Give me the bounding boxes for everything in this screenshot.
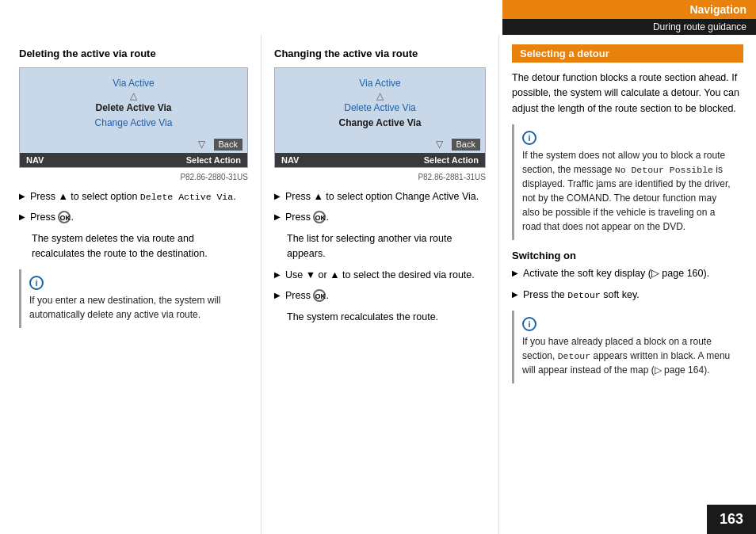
middle-bullets: ▶ Press ▲ to select option Change Active…: [274, 189, 486, 226]
right-info-text-2: If you have already placed a block on a …: [522, 334, 735, 377]
arrow-icon-5: ▶: [274, 269, 281, 280]
right-info-text-1: If the system does not allow you to bloc…: [522, 148, 735, 234]
nav-bar-1: NAV Select Action: [20, 153, 247, 167]
bullet-left-1: ▶ Press ▲ to select option Delete Active…: [19, 189, 248, 204]
bullet-mid-1: ▶ Press ▲ to select option Change Active…: [274, 189, 486, 204]
main-content: Deleting the active via route Via Active…: [0, 35, 756, 534]
right-info-box-1: i If the system does not allow you to bl…: [512, 124, 743, 240]
detour-text: The detour function blocks a route secti…: [512, 71, 743, 116]
navigation-label: Navigation: [502, 0, 756, 19]
bullet-left-2: ▶ Press OK.: [19, 210, 248, 225]
arrow-icon-1: ▶: [19, 190, 25, 202]
info-icon-1: i: [29, 276, 44, 290]
right-info-box-2: i If you have already placed a block on …: [512, 311, 743, 383]
detour-mono-2: Detour: [558, 351, 590, 361]
arrow-icon-4: ▶: [274, 211, 281, 223]
left-bullets: ▶ Press ▲ to select option Delete Active…: [19, 189, 248, 226]
nav-item-via-active-1: Via Active: [29, 76, 238, 91]
back-button-2[interactable]: Back: [452, 139, 480, 151]
arrow-icon-3: ▶: [274, 190, 281, 202]
info-icon-2: i: [522, 131, 536, 145]
nav-screen-1-inner: Via Active △ Delete Active Via Change Ac…: [20, 68, 247, 136]
left-info-text: If you enter a new destination, the syst…: [29, 293, 240, 322]
arrow-icon-7: ▶: [512, 267, 518, 279]
triangle-up-2: △: [284, 91, 475, 101]
arrow-icon-2: ▶: [19, 211, 25, 223]
bullet-mid-3: ▶ Use ▼ or ▲ to select the desired via r…: [274, 268, 486, 283]
select-action-1: Select Action: [186, 155, 241, 165]
left-panel: Deleting the active via route Via Active…: [0, 35, 262, 534]
nav-item-change-active: Change Active Via: [284, 116, 475, 131]
nav-screen-2-inner: Via Active △ Delete Active Via Change Ac…: [275, 68, 485, 136]
bullet-right-2: ▶ Press the Detour soft key.: [512, 288, 743, 303]
triangle-down-2: ▽: [436, 139, 443, 151]
nav-screen-row-1: ▽ Back: [20, 136, 247, 153]
middle-bullets-2: ▶ Use ▼ or ▲ to select the desired via r…: [274, 268, 486, 304]
bullet-mid-2: ▶ Press OK.: [274, 210, 486, 225]
right-panel: Selecting a detour The detour function b…: [499, 35, 756, 534]
nav-item-delete: Delete Active Via: [29, 101, 238, 116]
caption-1: P82.86-2880-31US: [19, 173, 248, 181]
left-title: Deleting the active via route: [19, 48, 248, 59]
left-info-box: i If you enter a new destination, the sy…: [19, 269, 248, 328]
middle-result1: The list for selecting another via route…: [287, 231, 486, 261]
arrow-icon-6: ▶: [274, 289, 281, 301]
during-route-guidance-label: During route guidance: [502, 19, 756, 35]
activate-soft-key-label: Activate the soft key display (▷ page 16…: [523, 266, 709, 281]
left-result: The system deletes the via route and rec…: [32, 231, 248, 261]
nav-bar-2: NAV Select Action: [275, 153, 485, 167]
middle-result2: The system recalculates the route.: [287, 310, 486, 325]
triangle-up-1: △: [29, 91, 238, 101]
right-bullets: ▶ Activate the soft key display (▷ page …: [512, 266, 743, 303]
no-detour-mono: No Detour Possible: [615, 165, 713, 175]
back-button-1[interactable]: Back: [214, 139, 242, 151]
detour-heading: Selecting a detour: [512, 44, 743, 63]
nav-item-delete-2: Delete Active Via: [284, 101, 475, 116]
arrow-icon-8: ▶: [512, 288, 518, 300]
middle-panel: Changing the active via route Via Active…: [262, 35, 499, 534]
detour-mono: Detour: [567, 290, 600, 300]
bullet-right-1: ▶ Activate the soft key display (▷ page …: [512, 266, 743, 281]
nav-label-1: NAV: [26, 155, 44, 165]
nav-screen-2: Via Active △ Delete Active Via Change Ac…: [274, 67, 486, 168]
info-icon-3: i: [522, 317, 536, 331]
select-action-2: Select Action: [424, 155, 479, 165]
triangle-down-1: ▽: [198, 139, 205, 151]
nav-label-2: NAV: [281, 155, 299, 165]
header: Navigation During route guidance: [502, 0, 756, 35]
middle-title: Changing the active via route: [274, 48, 486, 59]
bullet-mid-4: ▶ Press OK.: [274, 288, 486, 303]
nav-item-change-1: Change Active Via: [29, 116, 238, 131]
nav-screen-1: Via Active △ Delete Active Via Change Ac…: [19, 67, 248, 168]
caption-2: P82.86-2881-31US: [274, 173, 486, 181]
nav-item-via-active-2: Via Active: [284, 76, 475, 91]
switching-heading: Switching on: [512, 250, 743, 261]
nav-screen-row-2: ▽ Back: [275, 136, 485, 153]
